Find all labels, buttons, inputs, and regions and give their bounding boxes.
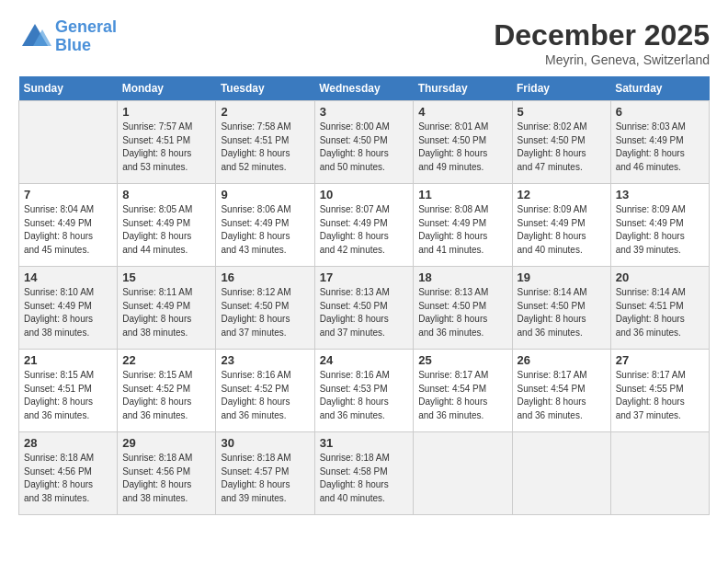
day-cell: 20Sunrise: 8:14 AM Sunset: 4:51 PM Dayli… xyxy=(610,267,709,350)
day-info: Sunrise: 8:01 AM Sunset: 4:50 PM Dayligh… xyxy=(418,121,506,174)
calendar-table: Sunday Monday Tuesday Wednesday Thursday… xyxy=(18,76,710,515)
day-info: Sunrise: 8:04 AM Sunset: 4:49 PM Dayligh… xyxy=(24,203,112,257)
week-row-1: 1Sunrise: 7:57 AM Sunset: 4:51 PM Daylig… xyxy=(19,101,710,184)
day-info: Sunrise: 8:03 AM Sunset: 4:49 PM Dayligh… xyxy=(616,121,704,174)
day-number: 2 xyxy=(221,105,309,119)
day-info: Sunrise: 8:17 AM Sunset: 4:54 PM Dayligh… xyxy=(418,369,506,422)
day-cell: 13Sunrise: 8:09 AM Sunset: 4:49 PM Dayli… xyxy=(610,184,709,267)
day-cell xyxy=(414,432,512,515)
header-row: Sunday Monday Tuesday Wednesday Thursday… xyxy=(19,76,710,101)
day-info: Sunrise: 8:00 AM Sunset: 4:50 PM Dayligh… xyxy=(320,121,409,174)
day-number: 14 xyxy=(24,270,112,284)
day-info: Sunrise: 8:17 AM Sunset: 4:55 PM Dayligh… xyxy=(616,369,704,422)
day-cell: 31Sunrise: 8:18 AM Sunset: 4:58 PM Dayli… xyxy=(314,432,414,515)
day-cell: 2Sunrise: 7:58 AM Sunset: 4:51 PM Daylig… xyxy=(216,101,314,184)
day-number: 16 xyxy=(221,270,309,284)
day-info: Sunrise: 8:18 AM Sunset: 4:58 PM Dayligh… xyxy=(320,452,409,505)
day-number: 26 xyxy=(518,353,606,367)
header-sunday: Sunday xyxy=(19,76,118,101)
day-cell: 8Sunrise: 8:05 AM Sunset: 4:49 PM Daylig… xyxy=(118,184,216,267)
day-number: 6 xyxy=(616,105,704,119)
day-number: 1 xyxy=(122,105,210,119)
header-monday: Monday xyxy=(118,76,216,101)
week-row-3: 14Sunrise: 8:10 AM Sunset: 4:49 PM Dayli… xyxy=(19,267,710,350)
day-number: 10 xyxy=(320,188,409,201)
day-info: Sunrise: 8:12 AM Sunset: 4:50 PM Dayligh… xyxy=(221,286,309,339)
day-info: Sunrise: 8:10 AM Sunset: 4:49 PM Dayligh… xyxy=(24,286,112,339)
day-info: Sunrise: 8:14 AM Sunset: 4:51 PM Dayligh… xyxy=(616,286,704,339)
title-area: December 2025 Meyrin, Geneva, Switzerlan… xyxy=(494,18,710,67)
header-wednesday: Wednesday xyxy=(314,76,414,101)
day-number: 7 xyxy=(24,188,112,201)
day-number: 28 xyxy=(24,436,112,450)
day-cell: 27Sunrise: 8:17 AM Sunset: 4:55 PM Dayli… xyxy=(610,350,709,432)
day-number: 3 xyxy=(320,105,409,119)
logo-icon xyxy=(18,20,51,53)
day-cell: 21Sunrise: 8:15 AM Sunset: 4:51 PM Dayli… xyxy=(19,350,118,432)
day-info: Sunrise: 8:18 AM Sunset: 4:57 PM Dayligh… xyxy=(221,452,309,505)
location-title: Meyrin, Geneva, Switzerland xyxy=(494,52,710,67)
day-number: 29 xyxy=(122,436,210,450)
header-tuesday: Tuesday xyxy=(216,76,314,101)
day-number: 11 xyxy=(418,188,506,201)
day-cell: 15Sunrise: 8:11 AM Sunset: 4:49 PM Dayli… xyxy=(118,267,216,350)
day-number: 31 xyxy=(320,436,409,450)
day-cell: 18Sunrise: 8:13 AM Sunset: 4:50 PM Dayli… xyxy=(414,267,512,350)
day-cell: 3Sunrise: 8:00 AM Sunset: 4:50 PM Daylig… xyxy=(314,101,414,184)
day-cell: 24Sunrise: 8:16 AM Sunset: 4:53 PM Dayli… xyxy=(314,350,414,432)
day-info: Sunrise: 8:07 AM Sunset: 4:49 PM Dayligh… xyxy=(320,203,409,257)
day-number: 18 xyxy=(418,270,506,284)
day-number: 20 xyxy=(616,270,704,284)
day-cell: 19Sunrise: 8:14 AM Sunset: 4:50 PM Dayli… xyxy=(512,267,610,350)
day-number: 4 xyxy=(418,105,506,119)
day-cell: 17Sunrise: 8:13 AM Sunset: 4:50 PM Dayli… xyxy=(314,267,414,350)
day-info: Sunrise: 7:58 AM Sunset: 4:51 PM Dayligh… xyxy=(221,121,309,174)
logo-line1: General xyxy=(55,17,117,36)
day-cell: 4Sunrise: 8:01 AM Sunset: 4:50 PM Daylig… xyxy=(414,101,512,184)
week-row-5: 28Sunrise: 8:18 AM Sunset: 4:56 PM Dayli… xyxy=(19,432,710,515)
day-cell: 28Sunrise: 8:18 AM Sunset: 4:56 PM Dayli… xyxy=(19,432,118,515)
day-cell: 10Sunrise: 8:07 AM Sunset: 4:49 PM Dayli… xyxy=(314,184,414,267)
day-info: Sunrise: 8:09 AM Sunset: 4:49 PM Dayligh… xyxy=(518,203,606,257)
month-title: December 2025 xyxy=(494,18,710,52)
day-info: Sunrise: 7:57 AM Sunset: 4:51 PM Dayligh… xyxy=(122,121,210,174)
day-number: 8 xyxy=(122,188,210,201)
day-number: 25 xyxy=(418,353,506,367)
day-info: Sunrise: 8:16 AM Sunset: 4:52 PM Dayligh… xyxy=(221,369,309,422)
header-saturday: Saturday xyxy=(610,76,709,101)
day-number: 13 xyxy=(616,188,704,201)
calendar-body: 1Sunrise: 7:57 AM Sunset: 4:51 PM Daylig… xyxy=(19,101,710,515)
day-number: 22 xyxy=(122,353,210,367)
logo-text: General Blue xyxy=(55,18,117,55)
day-cell: 7Sunrise: 8:04 AM Sunset: 4:49 PM Daylig… xyxy=(19,184,118,267)
day-number: 19 xyxy=(518,270,606,284)
header-friday: Friday xyxy=(512,76,610,101)
day-info: Sunrise: 8:14 AM Sunset: 4:50 PM Dayligh… xyxy=(518,286,606,339)
day-info: Sunrise: 8:05 AM Sunset: 4:49 PM Dayligh… xyxy=(122,203,210,257)
day-cell: 11Sunrise: 8:08 AM Sunset: 4:49 PM Dayli… xyxy=(414,184,512,267)
day-info: Sunrise: 8:06 AM Sunset: 4:49 PM Dayligh… xyxy=(221,203,309,257)
day-cell: 22Sunrise: 8:15 AM Sunset: 4:52 PM Dayli… xyxy=(118,350,216,432)
day-cell: 25Sunrise: 8:17 AM Sunset: 4:54 PM Dayli… xyxy=(414,350,512,432)
day-cell: 23Sunrise: 8:16 AM Sunset: 4:52 PM Dayli… xyxy=(216,350,314,432)
day-number: 5 xyxy=(518,105,606,119)
day-number: 21 xyxy=(24,353,112,367)
day-number: 9 xyxy=(221,188,309,201)
day-cell: 1Sunrise: 7:57 AM Sunset: 4:51 PM Daylig… xyxy=(118,101,216,184)
day-info: Sunrise: 8:15 AM Sunset: 4:51 PM Dayligh… xyxy=(24,369,112,422)
day-number: 23 xyxy=(221,353,309,367)
day-info: Sunrise: 8:13 AM Sunset: 4:50 PM Dayligh… xyxy=(320,286,409,339)
day-info: Sunrise: 8:16 AM Sunset: 4:53 PM Dayligh… xyxy=(320,369,409,422)
day-number: 24 xyxy=(320,353,409,367)
day-info: Sunrise: 8:11 AM Sunset: 4:49 PM Dayligh… xyxy=(122,286,210,339)
day-cell: 6Sunrise: 8:03 AM Sunset: 4:49 PM Daylig… xyxy=(610,101,709,184)
day-number: 17 xyxy=(320,270,409,284)
calendar-header: Sunday Monday Tuesday Wednesday Thursday… xyxy=(19,76,710,101)
day-cell: 26Sunrise: 8:17 AM Sunset: 4:54 PM Dayli… xyxy=(512,350,610,432)
day-cell xyxy=(512,432,610,515)
day-number: 12 xyxy=(518,188,606,201)
week-row-4: 21Sunrise: 8:15 AM Sunset: 4:51 PM Dayli… xyxy=(19,350,710,432)
day-cell: 16Sunrise: 8:12 AM Sunset: 4:50 PM Dayli… xyxy=(216,267,314,350)
logo-line2: Blue xyxy=(55,36,91,54)
page-header: General Blue December 2025 Meyrin, Genev… xyxy=(18,18,710,67)
